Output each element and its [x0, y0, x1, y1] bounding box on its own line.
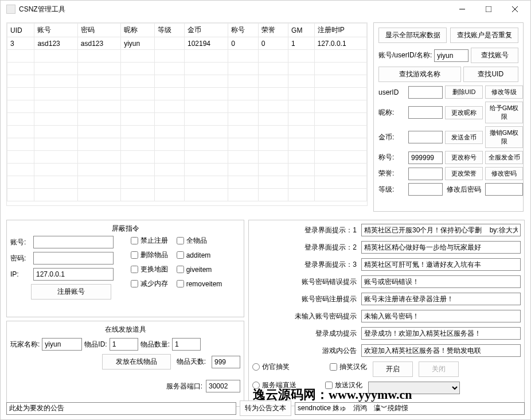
msg7-input[interactable]	[361, 327, 521, 340]
itemid-input[interactable]	[110, 338, 138, 351]
revoke-gm-button[interactable]: 撤销GM权限	[485, 126, 523, 148]
title-input[interactable]	[408, 151, 443, 164]
table-row[interactable]	[7, 151, 367, 164]
msg6-input[interactable]	[361, 310, 521, 322]
show-all-button[interactable]: 显示全部玩家数据	[378, 28, 447, 43]
level-input[interactable]	[408, 183, 443, 196]
find-game-button[interactable]: 查找游戏名称	[378, 67, 461, 82]
modify-level-button[interactable]: 修改等级	[485, 85, 523, 99]
cb-chg-map[interactable]	[131, 266, 138, 273]
player-table[interactable]: UID账号密码昵称等级金币称号荣誉GM注册时IP 3asd123asd123yi…	[6, 22, 368, 206]
open-button[interactable]: 开启	[373, 361, 413, 377]
cb-lottery-cn[interactable]	[330, 363, 337, 371]
cb-giveitem[interactable]	[177, 266, 184, 273]
give-item-button[interactable]: 发放在线物品	[102, 354, 171, 370]
gold-input[interactable]	[408, 131, 443, 143]
change-pwd-button[interactable]: 修改密码	[485, 167, 523, 180]
cb-removeitem[interactable]	[177, 280, 184, 287]
newpwd-input[interactable]	[485, 183, 523, 196]
acct-input[interactable]	[33, 236, 114, 248]
table-row[interactable]	[7, 63, 367, 75]
combo-select[interactable]	[368, 382, 460, 394]
change-nick-button[interactable]: 更改昵称	[445, 106, 483, 119]
port-input[interactable]	[206, 380, 240, 392]
cb-no-reg[interactable]	[131, 237, 138, 244]
col-header[interactable]: GM	[288, 24, 314, 37]
col-header[interactable]: 密码	[77, 24, 120, 37]
grant-gm-button[interactable]: 给予GM权限	[485, 102, 523, 123]
col-header[interactable]: 荣誉	[258, 24, 288, 37]
table-row[interactable]	[7, 176, 367, 189]
table-row[interactable]	[7, 50, 367, 63]
msg1-input[interactable]	[361, 224, 521, 236]
notice-input[interactable]	[6, 402, 236, 415]
msg4-input[interactable]	[361, 275, 521, 288]
change-honor-button[interactable]: 更改荣誉	[445, 167, 483, 180]
server-gold-button[interactable]: 全服发金币	[485, 151, 523, 164]
player-actions-panel: 显示全部玩家数据 查找账户是否重复 账号/userID/名称: 查找账号 查找游…	[373, 22, 524, 212]
cb-del-item[interactable]	[131, 251, 138, 259]
send-gold-button[interactable]: 发送金币	[445, 131, 483, 144]
to-text-button[interactable]: 转为公告文本	[240, 400, 291, 416]
ip-input[interactable]	[33, 268, 114, 281]
col-header[interactable]: 金币	[184, 24, 228, 37]
find-account-button[interactable]: 查找账号	[471, 48, 518, 63]
window-title: CSNZ管理工具	[19, 5, 449, 14]
col-header[interactable]: 称号	[228, 24, 258, 37]
table-row[interactable]	[7, 88, 367, 100]
player-input[interactable]	[42, 338, 82, 351]
radio-official[interactable]	[252, 363, 260, 371]
nick-input[interactable]	[408, 106, 443, 119]
close-button2[interactable]: 关闭	[419, 361, 459, 377]
col-header[interactable]: 昵称	[121, 24, 154, 37]
cb-all-items[interactable]	[177, 237, 184, 244]
table-row[interactable]: 3asd123asd123yiyun102194001127.0.0.1	[7, 37, 367, 50]
check-dup-button[interactable]: 查找账户是否重复	[450, 28, 518, 43]
table-row[interactable]	[7, 100, 367, 113]
radio-server[interactable]	[252, 382, 260, 389]
msg5-input[interactable]	[361, 293, 521, 305]
msg8-input[interactable]	[361, 344, 521, 357]
items-panel: 在线发放道具 玩家名称: 物品ID: 物品数量: 发放在线物品 物品天数: 服务…	[6, 321, 244, 407]
table-row[interactable]	[7, 164, 367, 176]
col-header[interactable]: 等级	[154, 24, 184, 37]
msg2-input[interactable]	[361, 241, 521, 254]
col-header[interactable]: 注册时IP	[314, 24, 366, 37]
table-row[interactable]	[7, 138, 367, 151]
col-header[interactable]: 账号	[34, 24, 77, 37]
cb-dec-mem[interactable]	[131, 280, 138, 287]
sendnotice-output[interactable]	[295, 402, 525, 415]
msg3-input[interactable]	[361, 258, 521, 271]
find-uid-button[interactable]: 查找UID	[463, 67, 518, 82]
change-title-button[interactable]: 更改称号	[445, 151, 483, 164]
delete-uid-button[interactable]: 删除UID	[445, 85, 483, 99]
days-input[interactable]	[212, 356, 240, 368]
minimize-button[interactable]	[449, 1, 475, 18]
cb-additem[interactable]	[177, 251, 184, 259]
table-row[interactable]	[7, 126, 367, 138]
pwd-input[interactable]	[33, 252, 114, 265]
qty-input[interactable]	[172, 338, 201, 351]
table-row[interactable]	[7, 189, 367, 201]
table-row[interactable]	[7, 75, 367, 88]
col-header[interactable]: UID	[7, 24, 34, 37]
cb-send-cn[interactable]	[325, 382, 333, 389]
app-icon	[6, 5, 15, 14]
userid-input[interactable]	[408, 86, 443, 99]
search-label: 账号/userID/名称:	[378, 50, 432, 60]
svg-rect-1	[486, 6, 491, 12]
honor-input[interactable]	[408, 168, 443, 180]
register-button[interactable]: 注册账号	[31, 284, 111, 300]
close-button[interactable]	[502, 1, 528, 18]
table-row[interactable]	[7, 113, 367, 126]
messages-panel: 登录界面提示：1 登录界面提示：2 登录界面提示：3 账号密码错误提示 账号密码…	[248, 220, 525, 406]
search-input[interactable]	[434, 49, 468, 62]
maximize-button[interactable]	[475, 1, 502, 18]
block-panel: 屏蔽指令 账号: 密码: IP: 注册账号 禁止注册 全物品 删除物品 addi…	[6, 220, 244, 317]
